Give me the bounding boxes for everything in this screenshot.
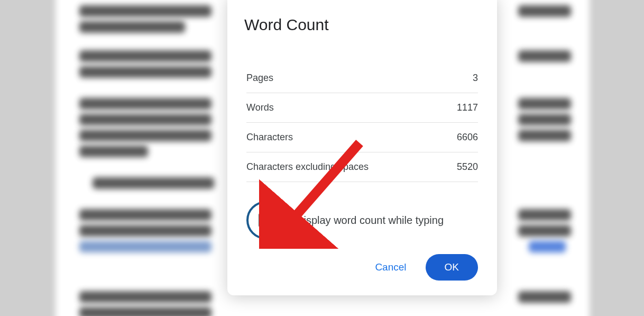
bg-text-line bbox=[518, 225, 571, 237]
ok-button[interactable]: OK bbox=[426, 254, 478, 281]
stat-label: Words bbox=[246, 102, 274, 113]
stat-value: 5520 bbox=[457, 161, 478, 173]
bg-text-line bbox=[79, 50, 211, 62]
stat-label: Characters bbox=[246, 132, 293, 143]
checkbox-highlight-ring bbox=[246, 201, 284, 239]
dialog-buttons: Cancel OK bbox=[246, 254, 478, 281]
cancel-button[interactable]: Cancel bbox=[365, 256, 416, 278]
bg-text-line bbox=[79, 130, 211, 141]
bg-text-line bbox=[79, 291, 211, 303]
bg-text-line bbox=[518, 98, 571, 110]
stat-value: 1117 bbox=[457, 102, 478, 113]
bg-text-line bbox=[79, 225, 211, 237]
bg-text-line bbox=[79, 66, 211, 78]
stat-value: 6606 bbox=[457, 132, 478, 143]
bg-text-line bbox=[79, 209, 211, 221]
checkbox-label: Display word count while typing bbox=[296, 214, 444, 227]
stat-label: Characters excluding spaces bbox=[246, 161, 369, 173]
word-count-dialog: Word Count Pages 3 Words 1117 Characters… bbox=[227, 0, 497, 295]
bg-text-line bbox=[79, 21, 185, 33]
bg-text-line bbox=[518, 291, 571, 303]
stat-row-words: Words 1117 bbox=[246, 93, 478, 123]
dialog-title: Word Count bbox=[244, 16, 478, 34]
bg-text-line bbox=[518, 50, 571, 62]
stat-row-characters-no-spaces: Characters excluding spaces 5520 bbox=[246, 152, 478, 182]
stat-label: Pages bbox=[246, 73, 273, 84]
stat-row-pages: Pages 3 bbox=[246, 64, 478, 93]
bg-text-line bbox=[518, 114, 571, 125]
display-while-typing-checkbox[interactable] bbox=[259, 213, 272, 227]
bg-text-line bbox=[79, 98, 211, 110]
bg-text-line bbox=[529, 241, 566, 252]
stat-row-characters: Characters 6606 bbox=[246, 123, 478, 152]
bg-text-line bbox=[518, 130, 571, 141]
bg-text-line bbox=[79, 241, 211, 252]
display-while-typing-option[interactable]: Display word count while typing bbox=[246, 201, 478, 239]
bg-text-line bbox=[518, 209, 571, 221]
bg-text-line bbox=[79, 307, 211, 316]
bg-text-line bbox=[79, 5, 211, 17]
bg-text-line bbox=[518, 5, 571, 17]
bg-text-line bbox=[79, 114, 211, 125]
bg-text-line bbox=[93, 177, 214, 189]
stat-value: 3 bbox=[473, 73, 478, 84]
bg-text-line bbox=[79, 146, 148, 157]
